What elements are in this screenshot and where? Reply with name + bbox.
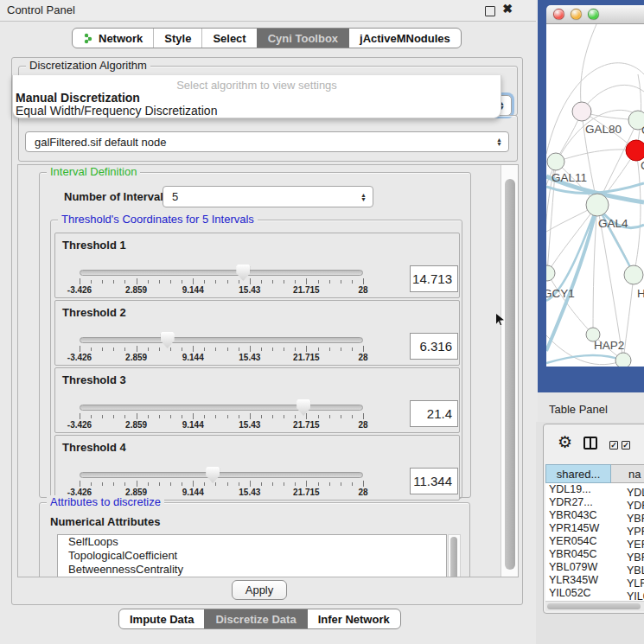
slider-ticks <box>80 481 363 488</box>
network-window-titlebar <box>546 5 644 24</box>
network-node-h[interactable] <box>624 265 643 284</box>
network-node-gcy1[interactable] <box>546 265 555 281</box>
network-node[interactable] <box>615 353 631 367</box>
attribute-list-item[interactable]: SelfLoops <box>58 535 446 549</box>
column-header-name[interactable]: na <box>611 464 644 483</box>
interval-definition-label: Interval Definition <box>47 165 140 178</box>
zoom-traffic-light-icon[interactable] <box>588 9 599 20</box>
tab-discretize-data[interactable]: Discretize Data <box>204 609 306 628</box>
gear-icon[interactable]: ⚙ <box>558 434 572 450</box>
threshold-value-field[interactable]: 14.713 <box>410 265 458 292</box>
numerical-attributes-list[interactable]: SelfLoopsTopologicalCoefficientBetweenne… <box>57 534 447 577</box>
table-row[interactable]: YIL052CYIL0 <box>545 587 644 600</box>
tab-jactivemnodules[interactable]: jActiveMNodules <box>348 29 461 48</box>
threshold-slider[interactable]: -3.4262.8599.14415.4321.71528 <box>80 301 363 367</box>
number-of-intervals-combobox[interactable]: 5 ▲▼ <box>163 186 373 207</box>
network-node-label: GAL4 <box>598 217 628 230</box>
slider-track[interactable] <box>80 405 363 411</box>
attributes-group: Attributes to discretize Numerical Attri… <box>39 502 470 577</box>
slider-track[interactable] <box>80 270 363 276</box>
table-row[interactable]: YER054CYER0 <box>545 535 644 548</box>
close-icon[interactable]: ✖ <box>502 3 513 14</box>
slider-ticks <box>80 346 363 353</box>
control-panel-titlebar: Control Panel ✖ <box>0 0 536 22</box>
float-icon[interactable] <box>485 6 495 16</box>
apply-button[interactable]: Apply <box>232 580 287 600</box>
table-hscrollbar[interactable] <box>545 601 644 611</box>
table-row[interactable]: YPR145WYPR1 <box>545 522 644 535</box>
network-node-c[interactable] <box>626 140 644 161</box>
stepper-icon: ▲▼ <box>360 193 367 201</box>
table-row[interactable]: YBR043CYBR0 <box>545 509 644 522</box>
split-columns-icon[interactable] <box>583 437 597 450</box>
checkbox-icon[interactable]: ✓ <box>622 441 630 450</box>
table-hscrollbar-thumb[interactable] <box>547 603 641 609</box>
slider-track[interactable] <box>80 337 363 343</box>
tab-style[interactable]: Style <box>153 29 201 48</box>
table-row[interactable]: YDR27...YDR2 <box>545 496 644 509</box>
threshold-slider[interactable]: -3.4262.8599.14415.4321.71528 <box>80 436 363 501</box>
threshold-value-field[interactable]: 11.344 <box>410 468 458 494</box>
slider-tick-labels: -3.4262.8599.14415.4321.71528 <box>80 420 363 430</box>
table-panel-title: Table Panel <box>549 403 608 416</box>
network-node-label: GAL80 <box>585 123 622 136</box>
number-of-intervals-value: 5 <box>172 190 178 203</box>
network-node-label: GAL11 <box>552 171 587 184</box>
slider-tick-labels: -3.4262.8599.14415.4321.71528 <box>80 353 363 363</box>
settings-scrollbar-thumb[interactable] <box>505 179 515 570</box>
tab-cyni-toolbox[interactable]: Cyni Toolbox <box>257 29 348 48</box>
algorithm-dropdown-popup: Select algorithm to view settings Manual… <box>12 75 501 118</box>
network-canvas[interactable]: GAL80GACGAL11GAL4GCY1HHAP2 <box>546 24 644 367</box>
checkbox-icon[interactable]: ✓ <box>609 441 618 450</box>
attributes-group-label: Attributes to discretize <box>47 495 164 508</box>
table-row[interactable]: YLR345WYLR3 <box>545 574 644 587</box>
network-node-label: H <box>637 287 644 300</box>
table-data-value: galFiltered.sif default node <box>35 136 166 149</box>
column-header-shared-name[interactable]: shared... <box>545 464 611 483</box>
tab-infer-network[interactable]: Infer Network <box>307 609 400 628</box>
network-node-gal4[interactable] <box>586 194 609 216</box>
network-node-label: C <box>641 159 644 172</box>
control-panel-title: Control Panel <box>7 3 75 16</box>
table-data-group: Table Data galFiltered.sif default node … <box>18 115 518 162</box>
threshold-value-field[interactable]: 21.4 <box>410 400 458 427</box>
threshold-value-field[interactable]: 6.316 <box>410 333 458 360</box>
attributes-scrollbar-thumb[interactable] <box>450 537 457 577</box>
numerical-attributes-label: Numerical Attributes <box>50 515 160 528</box>
table-row[interactable]: YBR045CYBR0 <box>545 548 644 561</box>
algorithm-option-manual[interactable]: Manual Discretization <box>16 91 140 105</box>
algorithm-placeholder: Select algorithm to view settings <box>13 79 501 92</box>
attribute-list-item[interactable]: BetweennessCentrality <box>58 563 446 577</box>
table-panel-titlebar: Table Panel <box>538 392 644 422</box>
attributes-scrollbar[interactable] <box>448 534 461 577</box>
tab-network[interactable]: Network <box>73 29 153 48</box>
table-data-combobox[interactable]: galFiltered.sif default node ▲▼ <box>25 131 509 152</box>
table-row[interactable]: YDL19...YDL1 <box>545 483 644 496</box>
threshold-slider[interactable]: -3.4262.8599.14415.4321.71528 <box>80 233 363 299</box>
table-rows[interactable]: YDL19...YDL1YDR27...YDR2YBR043CYBR0YPR14… <box>545 483 644 601</box>
cyni-mode-tabs: Impute Data Discretize Data Infer Networ… <box>118 609 401 629</box>
settings-scrollbar[interactable] <box>501 165 519 577</box>
slider-track[interactable] <box>80 472 363 478</box>
node-table: ⚙ ✓ ✓ shared... na YDL19...YDL1YDR27...Y… <box>543 424 644 614</box>
threshold-slider[interactable]: -3.4262.8599.14415.4321.71528 <box>80 368 363 434</box>
close-traffic-light-icon[interactable] <box>553 9 564 20</box>
slider-tick-labels: -3.4262.8599.14415.4321.71528 <box>80 285 363 296</box>
network-node-gal11[interactable] <box>547 153 564 170</box>
network-view-window: GAL80GACGAL11GAL4GCY1HHAP2 <box>538 0 644 392</box>
settings-scroll-panel: Interval Definition Number of Intervals … <box>17 164 519 577</box>
minimize-traffic-light-icon[interactable] <box>571 9 582 20</box>
tab-impute-data[interactable]: Impute Data <box>119 609 204 628</box>
control-panel-tabs: Network Style Select Cyni Toolbox jActiv… <box>72 28 462 48</box>
thresholds-group-label: Threshold's Coordinates for 5 Intervals <box>58 213 258 226</box>
attribute-list-item[interactable]: TopologicalCoefficient <box>58 549 446 563</box>
network-node-gal80[interactable] <box>572 102 591 121</box>
slider-ticks <box>80 413 363 420</box>
table-row[interactable]: YBL079WYBL0 <box>545 561 644 574</box>
interval-definition-group: Interval Definition Number of Intervals … <box>39 172 471 498</box>
stepper-icon: ▲▼ <box>496 137 502 146</box>
network-node-label: GCY1 <box>546 287 575 300</box>
slider-ticks <box>80 278 363 285</box>
tab-select[interactable]: Select <box>201 29 256 48</box>
algorithm-option-equal-width[interactable]: Equal Width/Frequency Discretization <box>16 104 217 118</box>
